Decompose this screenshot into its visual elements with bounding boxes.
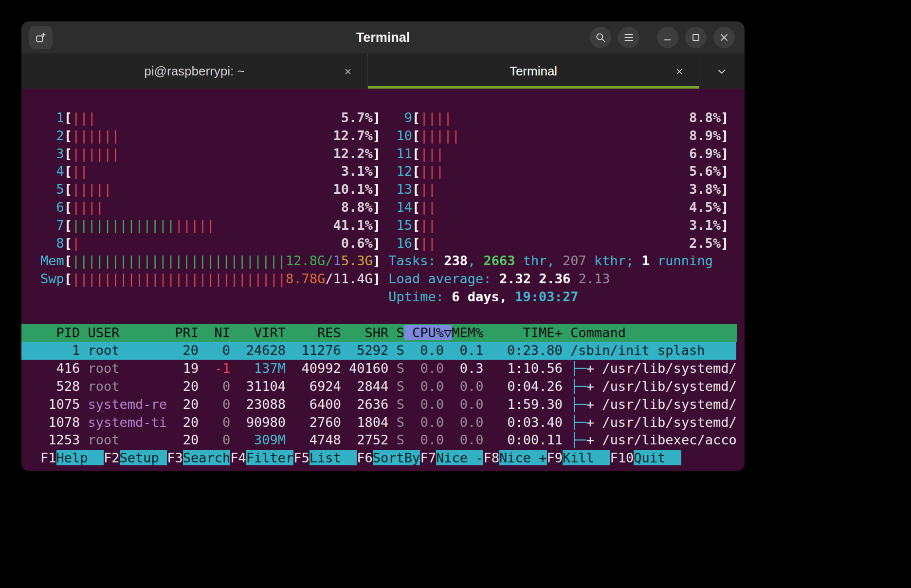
terminal-text: Tasks: xyxy=(388,253,444,268)
close-icon xyxy=(674,67,684,76)
table-header-cpu-sorted[interactable]: CPU%▽ xyxy=(404,325,452,340)
swap-meter-load-line: Swp[|||||||||||||||||||||||||||8.78G/11.… xyxy=(40,270,745,288)
close-button[interactable] xyxy=(713,27,735,48)
terminal-screen[interactable]: 1[||| 5.7%] 9[|||| 8.8%] 2[|||||| 12.7%]… xyxy=(21,89,745,471)
terminal-text: 2.13 xyxy=(578,271,610,286)
fn-filter-button[interactable]: Filter xyxy=(246,450,294,465)
fn-key-f1[interactable]: F1 xyxy=(40,450,56,465)
maximize-button[interactable] xyxy=(685,27,707,48)
terminal-text: 4 xyxy=(40,164,64,179)
terminal-text: /11.4G xyxy=(325,271,373,286)
terminal-text: 0.0 xyxy=(452,415,483,430)
terminal-text: systemd-ti xyxy=(88,415,167,430)
terminal-text: |||| xyxy=(72,200,104,215)
tab-close-button[interactable] xyxy=(339,63,357,80)
terminal-text: 4.5% xyxy=(681,200,721,215)
terminal-text: ||||| xyxy=(72,182,111,197)
terminal-text: 12.2% xyxy=(333,146,373,161)
process-row-416[interactable]: 416 root 19 -1 137M 40992 40160 S 0.0 0.… xyxy=(40,360,745,378)
terminal-text xyxy=(563,415,570,430)
terminal-text: 2 xyxy=(40,128,64,143)
fn-key-f8[interactable]: F8 xyxy=(483,450,499,465)
process-row-1075[interactable]: 1075 systemd-re 20 0 23088 6400 2636 S 0… xyxy=(40,396,745,414)
terminal-text: ] xyxy=(373,182,381,197)
terminal-text: 5.6% xyxy=(681,164,721,179)
terminal-text: 1 xyxy=(40,110,64,125)
process-row-1253[interactable]: 1253 root 20 0 309M 4748 2752 S 0.0 0.0 … xyxy=(40,431,745,449)
table-header-right[interactable]: MEM% TIME+ Command xyxy=(452,325,736,340)
fn-key-f10[interactable]: F10 xyxy=(610,450,634,465)
terminal-text: root xyxy=(88,379,167,394)
process-row-selected[interactable]: 1 root 20 0 24628 11276 5292 S 0.0 0.1 0… xyxy=(21,342,736,360)
fn-key-f4[interactable]: F4 xyxy=(230,450,246,465)
terminal-text: 20 xyxy=(175,397,206,412)
terminal-text: 0.0 xyxy=(452,397,483,412)
menu-button[interactable] xyxy=(618,27,639,48)
terminal-text: 23088 xyxy=(238,397,286,412)
fn-quit-button[interactable]: Quit xyxy=(634,450,681,465)
minimize-button[interactable] xyxy=(657,27,678,48)
terminal-text: 3.1% xyxy=(333,164,372,179)
terminal-text xyxy=(286,397,293,412)
search-button[interactable] xyxy=(590,27,611,48)
tab-label: pi@raspberrypi: ~ xyxy=(144,64,244,79)
terminal-text: 20 xyxy=(175,379,206,394)
terminal-text: [ xyxy=(64,110,72,125)
terminal-text: ├─ xyxy=(570,432,586,447)
fn-key-f3[interactable]: F3 xyxy=(167,450,183,465)
new-tab-button[interactable] xyxy=(29,26,53,49)
terminal-text xyxy=(215,218,333,233)
terminal-text: 15 xyxy=(388,218,412,233)
process-row-528[interactable]: 528 root 20 0 31104 6924 2844 S 0.0 0.0 … xyxy=(40,378,745,396)
fn-sortby-button[interactable]: SortBy xyxy=(373,450,420,465)
terminal-text xyxy=(388,397,396,412)
terminal-text: 0.0 xyxy=(404,415,444,430)
fn-list-button[interactable]: List xyxy=(310,450,357,465)
fn-key-f2[interactable]: F2 xyxy=(104,450,120,465)
terminal-text xyxy=(381,146,388,161)
tab-pi-raspberrypi[interactable]: pi@raspberrypi: ~ xyxy=(21,54,368,89)
terminal-text: [ xyxy=(412,146,420,161)
terminal-text xyxy=(436,218,681,233)
terminal-text xyxy=(104,200,333,215)
terminal-text: ] xyxy=(721,128,729,143)
fn-key-f6[interactable]: F6 xyxy=(357,450,373,465)
terminal-text: 238 xyxy=(444,253,468,268)
terminal-text xyxy=(444,379,452,394)
terminal-text xyxy=(381,164,388,179)
tab-close-button[interactable] xyxy=(671,63,688,80)
terminal-text xyxy=(341,397,349,412)
fn-key-f9[interactable]: F9 xyxy=(547,450,563,465)
fn-setup-button[interactable]: Setup xyxy=(120,450,167,465)
terminal-text: 41.1% xyxy=(333,218,373,233)
terminal-text xyxy=(388,432,396,447)
process-row-1078[interactable]: 1078 systemd-ti 20 0 90980 2760 1804 S 0… xyxy=(40,414,745,432)
fn-key-f5[interactable]: F5 xyxy=(293,450,310,465)
process-row-text[interactable]: 1 root 20 0 24628 11276 5292 S 0.0 0.1 0… xyxy=(40,343,736,358)
fn-search-button[interactable]: Search xyxy=(183,450,231,465)
terminal-text: 2844 xyxy=(349,379,388,394)
terminal-text xyxy=(40,289,388,304)
fn-key-f7[interactable]: F7 xyxy=(420,450,436,465)
process-table-header[interactable]: PID USER PRI NI VIRT RES SHR S CPU%▽MEM%… xyxy=(21,324,737,342)
terminal-text: 0 xyxy=(206,415,230,430)
fn-kill-button[interactable]: Kill xyxy=(563,450,610,465)
titlebar[interactable]: Terminal xyxy=(21,21,745,54)
terminal-text: ] xyxy=(721,164,729,179)
terminal-text: S xyxy=(397,432,404,447)
terminal-text: + /usr/lib/systemd/ xyxy=(586,397,737,412)
fn-help-button[interactable]: Help xyxy=(56,450,104,465)
terminal-text: [ xyxy=(412,110,420,125)
terminal-text: || xyxy=(420,182,436,197)
tab-terminal[interactable]: Terminal xyxy=(368,54,699,89)
fn-nice-minus-button[interactable]: Nice - xyxy=(436,450,484,465)
terminal-text: 2.32 xyxy=(499,271,539,286)
terminal-text: || xyxy=(72,164,88,179)
tab-overflow-button[interactable] xyxy=(711,61,732,82)
terminal-text: , xyxy=(468,253,484,268)
terminal-text: + /usr/lib/systemd/ xyxy=(586,415,737,430)
table-header-left[interactable]: PID USER PRI NI VIRT RES SHR S xyxy=(40,325,404,340)
terminal-text xyxy=(381,253,388,268)
fn-nice-plus-button[interactable]: Nice + xyxy=(499,450,547,465)
terminal-text: [ xyxy=(64,128,72,143)
